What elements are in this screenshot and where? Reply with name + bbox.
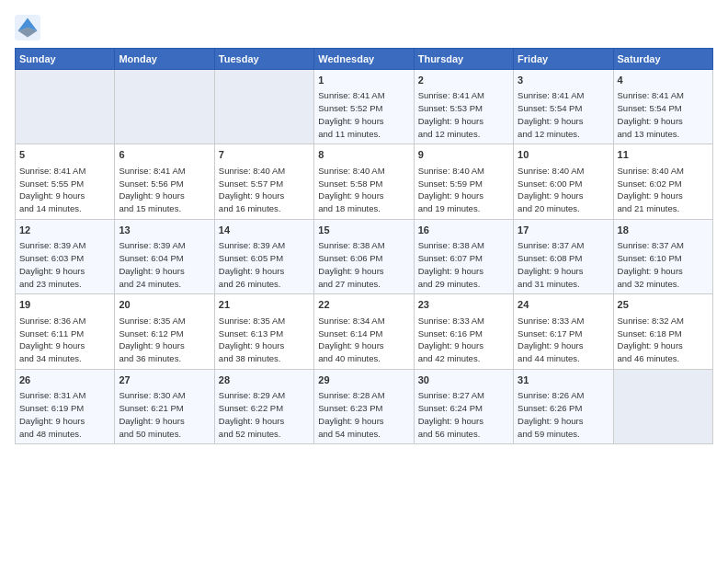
day-number: 27 [119, 373, 210, 387]
day-detail: Sunrise: 8:33 AM Sunset: 6:17 PM Dayligh… [518, 315, 609, 365]
calendar-cell: 23Sunrise: 8:33 AM Sunset: 6:16 PM Dayli… [414, 294, 513, 369]
day-number: 31 [518, 373, 609, 387]
page-header [15, 15, 713, 40]
calendar-cell: 24Sunrise: 8:33 AM Sunset: 6:17 PM Dayli… [514, 294, 613, 369]
calendar-cell: 9Sunrise: 8:40 AM Sunset: 5:59 PM Daylig… [414, 144, 513, 219]
day-number: 4 [618, 74, 709, 87]
calendar-cell: 14Sunrise: 8:39 AM Sunset: 6:05 PM Dayli… [214, 219, 313, 293]
calendar-header-row: SundayMondayTuesdayWednesdayThursdayFrid… [16, 49, 713, 70]
day-detail: Sunrise: 8:33 AM Sunset: 6:16 PM Dayligh… [418, 315, 509, 365]
calendar-cell: 21Sunrise: 8:35 AM Sunset: 6:13 PM Dayli… [214, 294, 313, 369]
day-number: 5 [19, 148, 110, 162]
day-detail: Sunrise: 8:41 AM Sunset: 5:55 PM Dayligh… [19, 165, 110, 215]
day-detail: Sunrise: 8:39 AM Sunset: 6:05 PM Dayligh… [219, 239, 310, 290]
day-detail: Sunrise: 8:38 AM Sunset: 6:06 PM Dayligh… [318, 239, 409, 290]
day-number: 17 [518, 224, 609, 237]
day-number: 9 [418, 148, 509, 162]
day-number: 1 [318, 74, 409, 87]
calendar-cell [214, 70, 313, 144]
day-number: 30 [418, 373, 509, 387]
day-detail: Sunrise: 8:30 AM Sunset: 6:21 PM Dayligh… [119, 389, 210, 440]
day-number: 15 [318, 224, 409, 237]
calendar-table: SundayMondayTuesdayWednesdayThursdayFrid… [15, 48, 713, 444]
day-detail: Sunrise: 8:40 AM Sunset: 6:00 PM Dayligh… [518, 165, 609, 215]
day-number: 18 [618, 224, 709, 237]
calendar-cell [613, 369, 712, 443]
calendar-week-2: 5Sunrise: 8:41 AM Sunset: 5:55 PM Daylig… [16, 144, 713, 219]
day-number: 22 [318, 298, 409, 312]
calendar-cell: 10Sunrise: 8:40 AM Sunset: 6:00 PM Dayli… [514, 144, 613, 219]
day-detail: Sunrise: 8:41 AM Sunset: 5:54 PM Dayligh… [618, 89, 709, 140]
day-number: 12 [19, 224, 110, 237]
day-detail: Sunrise: 8:41 AM Sunset: 5:53 PM Dayligh… [418, 89, 509, 140]
calendar-cell: 22Sunrise: 8:34 AM Sunset: 6:14 PM Dayli… [314, 294, 414, 369]
calendar-cell: 13Sunrise: 8:39 AM Sunset: 6:04 PM Dayli… [115, 219, 214, 293]
day-detail: Sunrise: 8:41 AM Sunset: 5:52 PM Dayligh… [318, 89, 409, 140]
day-number: 19 [19, 298, 110, 312]
logo-icon [15, 15, 40, 40]
day-number: 23 [418, 298, 509, 312]
calendar-cell: 26Sunrise: 8:31 AM Sunset: 6:19 PM Dayli… [16, 369, 115, 443]
day-number: 24 [518, 298, 609, 312]
day-detail: Sunrise: 8:35 AM Sunset: 6:13 PM Dayligh… [219, 315, 310, 365]
day-detail: Sunrise: 8:36 AM Sunset: 6:11 PM Dayligh… [19, 315, 110, 365]
day-detail: Sunrise: 8:39 AM Sunset: 6:04 PM Dayligh… [119, 239, 210, 290]
day-detail: Sunrise: 8:27 AM Sunset: 6:24 PM Dayligh… [418, 389, 509, 440]
day-number: 13 [119, 224, 210, 237]
day-number: 6 [119, 148, 210, 162]
calendar-cell: 20Sunrise: 8:35 AM Sunset: 6:12 PM Dayli… [115, 294, 214, 369]
calendar-cell: 1Sunrise: 8:41 AM Sunset: 5:52 PM Daylig… [314, 70, 414, 144]
calendar-cell: 6Sunrise: 8:41 AM Sunset: 5:56 PM Daylig… [115, 144, 214, 219]
day-detail: Sunrise: 8:40 AM Sunset: 5:57 PM Dayligh… [219, 165, 310, 215]
calendar-cell: 30Sunrise: 8:27 AM Sunset: 6:24 PM Dayli… [414, 369, 513, 443]
day-detail: Sunrise: 8:41 AM Sunset: 5:56 PM Dayligh… [119, 165, 210, 215]
calendar-week-1: 1Sunrise: 8:41 AM Sunset: 5:52 PM Daylig… [16, 70, 713, 144]
day-detail: Sunrise: 8:37 AM Sunset: 6:10 PM Dayligh… [618, 239, 709, 290]
day-number: 28 [219, 373, 310, 387]
calendar-cell: 25Sunrise: 8:32 AM Sunset: 6:18 PM Dayli… [613, 294, 712, 369]
calendar-cell: 7Sunrise: 8:40 AM Sunset: 5:57 PM Daylig… [214, 144, 313, 219]
calendar-cell: 29Sunrise: 8:28 AM Sunset: 6:23 PM Dayli… [314, 369, 414, 443]
day-detail: Sunrise: 8:26 AM Sunset: 6:26 PM Dayligh… [518, 389, 609, 440]
header-saturday: Saturday [613, 49, 712, 70]
calendar-cell: 18Sunrise: 8:37 AM Sunset: 6:10 PM Dayli… [613, 219, 712, 293]
day-number: 7 [219, 148, 310, 162]
calendar-week-3: 12Sunrise: 8:39 AM Sunset: 6:03 PM Dayli… [16, 219, 713, 293]
day-detail: Sunrise: 8:38 AM Sunset: 6:07 PM Dayligh… [418, 239, 509, 290]
day-number: 16 [418, 224, 509, 237]
calendar-cell [16, 70, 115, 144]
calendar-cell: 11Sunrise: 8:40 AM Sunset: 6:02 PM Dayli… [613, 144, 712, 219]
calendar-week-4: 19Sunrise: 8:36 AM Sunset: 6:11 PM Dayli… [16, 294, 713, 369]
day-number: 29 [318, 373, 409, 387]
day-detail: Sunrise: 8:40 AM Sunset: 5:58 PM Dayligh… [318, 165, 409, 215]
day-detail: Sunrise: 8:37 AM Sunset: 6:08 PM Dayligh… [518, 239, 609, 290]
day-number: 20 [119, 298, 210, 312]
calendar-cell: 28Sunrise: 8:29 AM Sunset: 6:22 PM Dayli… [214, 369, 313, 443]
header-friday: Friday [514, 49, 613, 70]
day-number: 25 [618, 298, 709, 312]
calendar-week-5: 26Sunrise: 8:31 AM Sunset: 6:19 PM Dayli… [16, 369, 713, 443]
calendar-cell: 8Sunrise: 8:40 AM Sunset: 5:58 PM Daylig… [314, 144, 414, 219]
day-detail: Sunrise: 8:35 AM Sunset: 6:12 PM Dayligh… [119, 315, 210, 365]
calendar-cell: 2Sunrise: 8:41 AM Sunset: 5:53 PM Daylig… [414, 70, 513, 144]
day-number: 3 [518, 74, 609, 87]
day-number: 14 [219, 224, 310, 237]
header-wednesday: Wednesday [314, 49, 414, 70]
day-number: 8 [318, 148, 409, 162]
day-number: 2 [418, 74, 509, 87]
header-thursday: Thursday [414, 49, 513, 70]
header-sunday: Sunday [16, 49, 115, 70]
day-number: 26 [19, 373, 110, 387]
calendar-cell: 3Sunrise: 8:41 AM Sunset: 5:54 PM Daylig… [514, 70, 613, 144]
calendar-cell: 19Sunrise: 8:36 AM Sunset: 6:11 PM Dayli… [16, 294, 115, 369]
day-detail: Sunrise: 8:41 AM Sunset: 5:54 PM Dayligh… [518, 89, 609, 140]
day-detail: Sunrise: 8:28 AM Sunset: 6:23 PM Dayligh… [318, 389, 409, 440]
day-number: 10 [518, 148, 609, 162]
header-monday: Monday [115, 49, 214, 70]
day-detail: Sunrise: 8:31 AM Sunset: 6:19 PM Dayligh… [19, 389, 110, 440]
header-tuesday: Tuesday [214, 49, 313, 70]
calendar-cell: 15Sunrise: 8:38 AM Sunset: 6:06 PM Dayli… [314, 219, 414, 293]
logo [15, 15, 44, 40]
calendar-cell: 17Sunrise: 8:37 AM Sunset: 6:08 PM Dayli… [514, 219, 613, 293]
day-detail: Sunrise: 8:29 AM Sunset: 6:22 PM Dayligh… [219, 389, 310, 440]
